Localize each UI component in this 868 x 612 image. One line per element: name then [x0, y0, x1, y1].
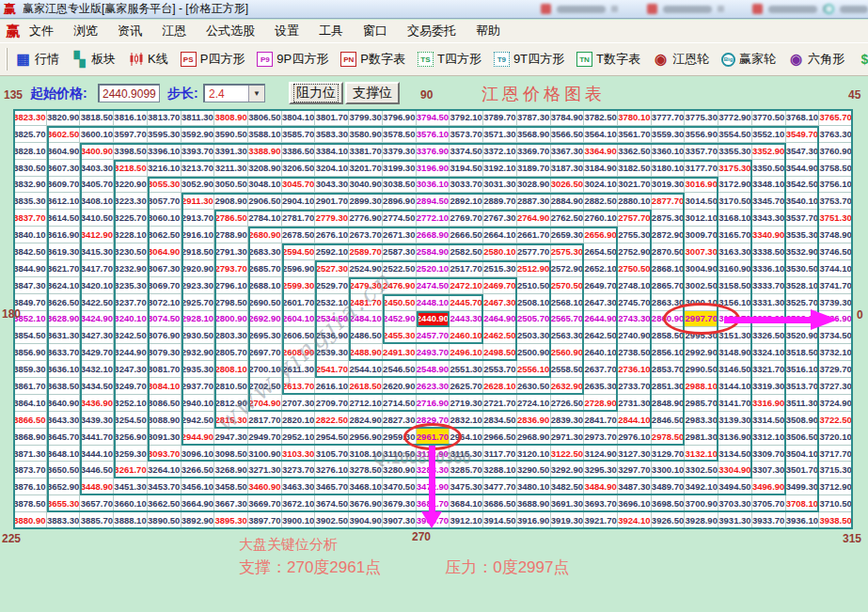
grid-cell: 2810.50	[214, 378, 248, 395]
grid-cell: 3542.50	[786, 177, 820, 194]
grid-cell: 3883.30	[47, 512, 81, 529]
grid-cell: 3904.90	[349, 512, 383, 529]
grid-cell: 2940.10	[181, 395, 215, 412]
grid-cell: 2527.30	[315, 260, 349, 277]
grid-cell: 3000.10	[685, 294, 718, 311]
grid-cell: 3019.30	[652, 177, 686, 194]
axis-label-180: 180	[2, 307, 21, 321]
toolbar-button-江恩轮[interactable]: ◉江恩轮	[653, 51, 709, 68]
menu-item-资讯[interactable]: 资讯	[118, 23, 142, 39]
grid-cell: 2889.70	[483, 193, 517, 210]
grid-cell: 2995.30	[685, 327, 718, 344]
blurred-tab	[824, 2, 868, 16]
grid-cell: 2493.70	[417, 344, 450, 361]
toolbar-label: 9P四方形	[276, 51, 328, 68]
grid-cell: 2959.30	[383, 429, 417, 446]
toolbar-button-T四方形[interactable]: TST四方形	[418, 51, 481, 68]
toolbar-label: T四方形	[437, 51, 481, 68]
grid-cell: 2541.70	[315, 361, 349, 378]
grid-cell: 3348.10	[752, 177, 786, 194]
grid-cell: 3177.70	[685, 160, 718, 177]
grid-cell: 3544.90	[786, 160, 820, 177]
toolbar-button-9P四方形[interactable]: P99P四方形	[257, 51, 328, 68]
menu-item-交易委托[interactable]: 交易委托	[407, 23, 456, 39]
grid-cell: 3616.90	[47, 227, 81, 243]
grid-cell: 3151.30	[718, 327, 752, 344]
grid-cell: 3763.30	[819, 126, 853, 143]
grid-cell: 2544.10	[349, 361, 383, 378]
grid-cell: 3319.30	[752, 378, 786, 395]
grid-cell: 3084.10	[148, 378, 181, 395]
grid-cell: 2608.90	[282, 344, 316, 361]
grid-cell: 3465.70	[315, 479, 349, 495]
grid-cell: 3108.10	[349, 446, 383, 463]
grid-cell: 2803.30	[214, 327, 248, 344]
grid-cell: 3228.10	[114, 227, 148, 243]
menu-item-文件[interactable]: 文件	[29, 23, 54, 39]
menu-item-设置[interactable]: 设置	[275, 23, 299, 39]
menu-item-江恩[interactable]: 江恩	[162, 23, 186, 39]
toolbar-button-行情[interactable]: ▦行情	[15, 51, 59, 68]
grid-cell: 2904.10	[282, 193, 316, 210]
grid-cell: 3189.70	[517, 160, 551, 177]
grid-cell: 3528.10	[786, 277, 820, 294]
support-button[interactable]: 支撑位	[345, 82, 400, 104]
grid-cell: 3813.70	[148, 109, 181, 126]
toolbar-button-板块[interactable]: ▚板块	[71, 51, 116, 68]
toolbar-button-9T四方形[interactable]: T99T四方形	[494, 51, 564, 68]
grid-cell: 3720.10	[819, 429, 853, 446]
grid-cell: 3496.90	[752, 479, 786, 495]
grid-cell: 2784.10	[248, 210, 282, 227]
kline-icon	[128, 52, 144, 67]
grid-cell: 3129.70	[652, 446, 686, 463]
grid-cell: 3240.10	[114, 311, 148, 328]
toolbar-button-P数字表[interactable]: PNP数字表	[340, 51, 405, 68]
step-select[interactable]: 2.4 ▼	[203, 84, 265, 102]
grid-cell: 3232.90	[114, 260, 148, 277]
toolbar-button-赢家轮[interactable]: Big赢家轮	[721, 51, 776, 68]
menu-item-窗口[interactable]: 窗口	[363, 23, 387, 39]
chevron-down-icon[interactable]: ▼	[248, 86, 264, 102]
grid-cell: 2928.10	[181, 311, 215, 328]
grid-cell: 3871.30	[13, 446, 47, 463]
grid-cell: 2460.10	[450, 327, 483, 344]
grid-cell: 3859.30	[13, 361, 47, 378]
toolbar-button-P四方形[interactable]: PSP四方形	[181, 51, 245, 68]
grid-cell: 3300.10	[652, 462, 686, 479]
grid-cell: 2851.30	[652, 378, 686, 395]
grid-cell: 3225.70	[114, 210, 148, 227]
grid-cell: 3436.90	[80, 395, 114, 412]
start-price-input[interactable]: 2440.9099	[98, 84, 160, 102]
menu-item-帮助[interactable]: 帮助	[476, 23, 500, 39]
grid-cell: 3297.70	[618, 462, 652, 479]
toolbar-button-赢家服务[interactable]: $赢家服务	[857, 51, 868, 68]
grid-cell: 3864.10	[13, 395, 47, 412]
grid-cell: 3482.50	[551, 479, 585, 495]
grid-cell: 2721.70	[483, 395, 517, 412]
grid-cell: 3312.10	[752, 429, 786, 446]
grid-cell: 3009.70	[685, 227, 718, 243]
grid-cell: 3890.50	[148, 512, 181, 529]
toolbar-button-T数字表[interactable]: TNT数字表	[576, 51, 640, 68]
grid-cell: 3208.90	[248, 160, 282, 177]
grid-cell: 3163.30	[718, 243, 752, 260]
menu-item-公式选股[interactable]: 公式选股	[206, 23, 255, 39]
grid-cell: 2522.50	[383, 260, 417, 277]
grid-cell: 3355.30	[718, 143, 752, 160]
grid-cell: 3093.70	[148, 446, 181, 463]
toolbar-button-六角形[interactable]: ◉六角形	[788, 51, 844, 68]
grid-cell: 2524.90	[349, 260, 383, 277]
menu-item-工具[interactable]: 工具	[319, 23, 343, 39]
grid-cell: 3256.90	[114, 429, 148, 446]
menu-item-浏览[interactable]: 浏览	[73, 23, 98, 39]
grid-cell: 3597.70	[114, 126, 148, 143]
grid-cell: 3710.50	[819, 495, 853, 512]
grid-cell: 3360.10	[652, 143, 686, 160]
step-label: 步长:	[167, 86, 198, 102]
grid-cell: 3504.10	[786, 446, 820, 463]
resistance-button[interactable]: 阻力位	[289, 82, 343, 104]
grid-cell: 3571.30	[483, 126, 517, 143]
grid-cell: 2724.10	[517, 395, 551, 412]
grid-cell: 2815.30	[214, 412, 248, 429]
toolbar-button-K线[interactable]: K线	[128, 51, 168, 68]
